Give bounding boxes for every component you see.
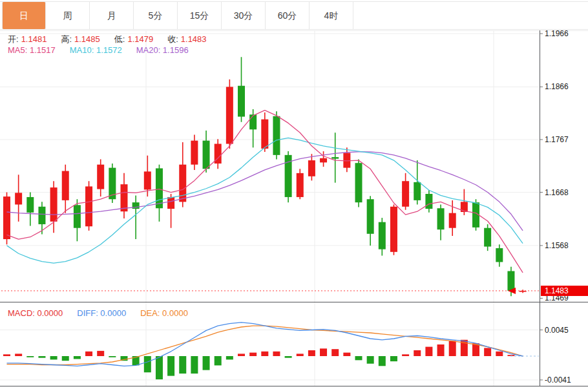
ohlc-label: 低: bbox=[114, 34, 125, 44]
ohlc-label: 高: bbox=[61, 34, 72, 44]
candle-body bbox=[238, 86, 245, 117]
macd-bar bbox=[308, 350, 315, 356]
candlestick-chart-canvas[interactable] bbox=[0, 0, 588, 391]
macd-bar bbox=[85, 352, 92, 356]
candle-body bbox=[249, 114, 257, 129]
macd-bar bbox=[297, 354, 304, 356]
tab-15分[interactable]: 15分 bbox=[178, 2, 222, 29]
candle-body bbox=[26, 197, 34, 213]
dea-line bbox=[7, 326, 523, 365]
macd-bar bbox=[50, 356, 58, 359]
macd-bar bbox=[191, 356, 198, 374]
macd-bar bbox=[179, 356, 186, 374]
tab-30分[interactable]: 30分 bbox=[222, 2, 266, 29]
macd-bar bbox=[343, 353, 350, 356]
macd-bar bbox=[414, 350, 421, 356]
macd-bar bbox=[273, 352, 280, 356]
macd-bar bbox=[390, 356, 397, 361]
macd-bar bbox=[109, 356, 116, 357]
macd-bar bbox=[74, 356, 81, 359]
candle-body bbox=[507, 271, 514, 290]
macd-bar bbox=[167, 356, 174, 376]
macd-bar bbox=[261, 352, 268, 356]
macd-legend-item: MACD: 0.0000 bbox=[8, 308, 63, 318]
candle-body bbox=[331, 157, 339, 158]
candle-body bbox=[367, 199, 374, 234]
trading-chart-app: 日周月5分15分30分60分4时 开:1.1481高:1.1485低:1.147… bbox=[0, 0, 588, 391]
candle-body bbox=[414, 182, 421, 200]
macd-legend-item: DIFF: 0.0000 bbox=[77, 308, 126, 318]
tab-5分[interactable]: 5分 bbox=[134, 2, 178, 29]
ohlc-legend: 开:1.1481高:1.1485低:1.1479收:1.1483 bbox=[8, 34, 221, 45]
tab-月[interactable]: 月 bbox=[90, 2, 134, 29]
candle-body bbox=[379, 222, 386, 249]
candle-body bbox=[50, 187, 58, 222]
candle-body bbox=[437, 208, 445, 229]
candle-body bbox=[62, 171, 69, 200]
candle-body bbox=[191, 141, 198, 165]
candle-body bbox=[203, 141, 210, 169]
price-tick-label: 1.1668 bbox=[545, 187, 569, 198]
macd-bar bbox=[15, 354, 22, 356]
candle-body bbox=[3, 196, 10, 239]
macd-bar bbox=[496, 352, 503, 356]
price-tick-label: 1.1866 bbox=[545, 81, 569, 92]
macd-bar bbox=[285, 356, 292, 358]
macd-bar bbox=[97, 351, 104, 356]
candle-body bbox=[484, 228, 491, 247]
macd-legend-item: DEA: 0.0000 bbox=[140, 308, 188, 318]
tab-日[interactable]: 日 bbox=[2, 2, 46, 29]
candle-body bbox=[156, 168, 163, 208]
candle-body bbox=[355, 163, 362, 202]
macd-bar bbox=[203, 356, 210, 370]
candle-body bbox=[226, 87, 233, 143]
macd-bar bbox=[62, 356, 69, 361]
candle-body bbox=[425, 194, 432, 209]
price-tick-label: 1.1966 bbox=[545, 28, 569, 39]
current-price-badge: 1.1483 bbox=[541, 286, 588, 296]
ma10-line bbox=[7, 138, 523, 263]
ohlc-value: 1.1479 bbox=[127, 34, 153, 44]
ohlc-value: 1.1485 bbox=[74, 34, 100, 44]
candle-body bbox=[390, 207, 397, 252]
candle-body bbox=[273, 116, 280, 155]
candle-body bbox=[74, 205, 81, 227]
macd-bar bbox=[355, 356, 362, 360]
ohlc-value: 1.1481 bbox=[21, 34, 47, 44]
tab-周[interactable]: 周 bbox=[46, 2, 90, 29]
macd-bar bbox=[331, 349, 339, 356]
candle-body bbox=[121, 184, 128, 211]
ma-legend-item: MA10: 1.1572 bbox=[70, 45, 122, 55]
tab-4时[interactable]: 4时 bbox=[310, 2, 353, 29]
candle-body bbox=[308, 160, 315, 176]
macd-bar bbox=[26, 356, 34, 357]
ma-legend: MA5: 1.1517MA10: 1.1572MA20: 1.1596 bbox=[8, 45, 203, 55]
ohlc-value: 1.1483 bbox=[181, 34, 207, 44]
macd-bar bbox=[402, 354, 409, 356]
macd-bar bbox=[437, 344, 445, 356]
candle-body bbox=[320, 158, 327, 163]
macd-bar bbox=[484, 348, 491, 356]
candle-body bbox=[97, 165, 104, 189]
ohlc-label: 开: bbox=[8, 34, 19, 44]
macd-bar bbox=[379, 356, 386, 366]
macd-tick-label: -0.0041 bbox=[545, 375, 571, 385]
ohlc-label: 收: bbox=[167, 34, 178, 44]
macd-legend: MACD: 0.0000DIFF: 0.0000DEA: 0.0000 bbox=[8, 308, 202, 318]
tab-60分[interactable]: 60分 bbox=[266, 2, 310, 29]
price-tick-label: 1.1767 bbox=[545, 134, 569, 145]
macd-bar bbox=[3, 354, 10, 356]
macd-bar bbox=[425, 347, 432, 356]
candle-body bbox=[167, 197, 174, 209]
macd-bar bbox=[156, 356, 163, 379]
macd-bar bbox=[38, 356, 45, 358]
candle-body bbox=[144, 171, 151, 189]
candle-body bbox=[496, 248, 503, 262]
macd-bar bbox=[249, 353, 257, 356]
timeframe-tabs: 日周月5分15分30分60分4时 bbox=[2, 2, 353, 29]
macd-bar bbox=[320, 348, 327, 356]
macd-bar bbox=[238, 354, 245, 356]
candle-body bbox=[38, 207, 45, 224]
candle-body bbox=[402, 181, 409, 207]
candle-body bbox=[15, 193, 22, 204]
